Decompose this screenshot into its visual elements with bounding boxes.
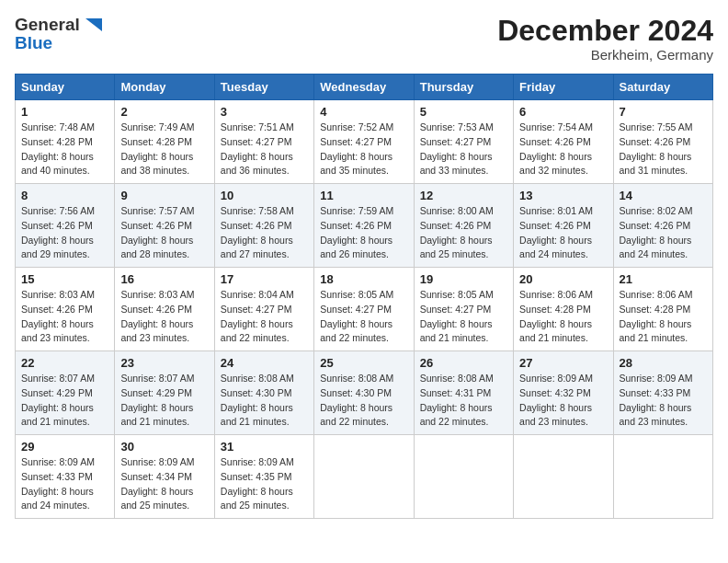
day-detail: Sunrise: 7:56 AM Sunset: 4:26 PM Dayligh… (21, 205, 95, 259)
calendar-cell: 8 Sunrise: 7:56 AM Sunset: 4:26 PM Dayli… (16, 184, 115, 268)
calendar-cell: 28 Sunrise: 8:09 AM Sunset: 4:33 PM Dayl… (613, 351, 712, 435)
calendar-cell: 6 Sunrise: 7:54 AM Sunset: 4:26 PM Dayli… (514, 100, 613, 184)
day-number: 18 (320, 272, 407, 286)
header: General Blue December 2024 Berkheim, Ger… (15, 15, 713, 63)
day-header-thursday: Thursday (414, 75, 513, 100)
calendar-cell: 2 Sunrise: 7:49 AM Sunset: 4:28 PM Dayli… (115, 100, 214, 184)
day-detail: Sunrise: 7:55 AM Sunset: 4:26 PM Dayligh… (620, 121, 693, 176)
day-detail: Sunrise: 8:00 AM Sunset: 4:26 PM Dayligh… (420, 205, 494, 259)
day-number: 25 (320, 356, 407, 370)
calendar-cell: 5 Sunrise: 7:53 AM Sunset: 4:27 PM Dayli… (414, 100, 513, 184)
logo-blue: Blue (15, 33, 102, 53)
day-detail: Sunrise: 7:51 AM Sunset: 4:27 PM Dayligh… (221, 121, 294, 176)
day-number: 27 (519, 356, 607, 370)
day-number: 12 (420, 189, 507, 202)
calendar-cell (514, 435, 613, 519)
day-detail: Sunrise: 8:03 AM Sunset: 4:26 PM Dayligh… (120, 289, 194, 343)
day-header-wednesday: Wednesday (314, 75, 414, 100)
calendar-cell: 31 Sunrise: 8:09 AM Sunset: 4:35 PM Dayl… (214, 435, 313, 519)
day-number: 13 (519, 189, 607, 202)
day-number: 7 (620, 105, 707, 119)
day-number: 14 (620, 189, 707, 202)
day-number: 19 (420, 272, 507, 286)
day-number: 20 (519, 272, 607, 286)
logo-brand: General Blue (15, 15, 102, 53)
day-number: 24 (221, 356, 308, 370)
location-subtitle: Berkheim, Germany (497, 47, 713, 63)
calendar-cell: 3 Sunrise: 7:51 AM Sunset: 4:27 PM Dayli… (214, 100, 313, 184)
day-detail: Sunrise: 7:48 AM Sunset: 4:28 PM Dayligh… (21, 121, 95, 176)
calendar-cell: 4 Sunrise: 7:52 AM Sunset: 4:27 PM Dayli… (314, 100, 414, 184)
day-header-tuesday: Tuesday (214, 75, 313, 100)
day-detail: Sunrise: 8:08 AM Sunset: 4:30 PM Dayligh… (221, 373, 294, 427)
day-number: 8 (21, 189, 108, 202)
day-header-sunday: Sunday (16, 75, 115, 100)
day-detail: Sunrise: 8:08 AM Sunset: 4:30 PM Dayligh… (320, 373, 393, 427)
day-number: 11 (320, 189, 407, 202)
day-detail: Sunrise: 8:09 AM Sunset: 4:33 PM Dayligh… (21, 456, 95, 511)
calendar-cell (314, 435, 414, 519)
day-detail: Sunrise: 7:58 AM Sunset: 4:26 PM Dayligh… (221, 205, 294, 259)
month-title: December 2024 (497, 15, 713, 47)
day-detail: Sunrise: 8:06 AM Sunset: 4:28 PM Dayligh… (519, 289, 593, 343)
calendar-cell: 20 Sunrise: 8:06 AM Sunset: 4:28 PM Dayl… (514, 268, 613, 351)
day-detail: Sunrise: 7:59 AM Sunset: 4:26 PM Dayligh… (320, 205, 393, 259)
calendar-cell: 21 Sunrise: 8:06 AM Sunset: 4:28 PM Dayl… (613, 268, 712, 351)
calendar-cell: 7 Sunrise: 7:55 AM Sunset: 4:26 PM Dayli… (613, 100, 712, 184)
logo: General Blue (15, 15, 102, 53)
calendar-cell: 17 Sunrise: 8:04 AM Sunset: 4:27 PM Dayl… (214, 268, 313, 351)
calendar-cell: 18 Sunrise: 8:05 AM Sunset: 4:27 PM Dayl… (314, 268, 414, 351)
day-detail: Sunrise: 8:02 AM Sunset: 4:26 PM Dayligh… (620, 205, 693, 259)
calendar-week-row: 15 Sunrise: 8:03 AM Sunset: 4:26 PM Dayl… (16, 268, 713, 351)
calendar-cell: 9 Sunrise: 7:57 AM Sunset: 4:26 PM Dayli… (115, 184, 214, 268)
logo-arrow-icon (82, 15, 102, 35)
day-detail: Sunrise: 7:52 AM Sunset: 4:27 PM Dayligh… (320, 121, 393, 176)
calendar-cell: 29 Sunrise: 8:09 AM Sunset: 4:33 PM Dayl… (16, 435, 115, 519)
day-number: 16 (120, 272, 208, 286)
day-detail: Sunrise: 8:04 AM Sunset: 4:27 PM Dayligh… (221, 289, 294, 343)
day-header-saturday: Saturday (613, 75, 712, 100)
day-number: 4 (320, 105, 407, 119)
day-detail: Sunrise: 8:05 AM Sunset: 4:27 PM Dayligh… (420, 289, 494, 343)
logo-general: General (15, 15, 80, 35)
calendar-cell: 26 Sunrise: 8:08 AM Sunset: 4:31 PM Dayl… (414, 351, 513, 435)
day-detail: Sunrise: 7:53 AM Sunset: 4:27 PM Dayligh… (420, 121, 494, 176)
day-number: 26 (420, 356, 507, 370)
calendar-cell: 10 Sunrise: 7:58 AM Sunset: 4:26 PM Dayl… (214, 184, 313, 268)
calendar-cell: 14 Sunrise: 8:02 AM Sunset: 4:26 PM Dayl… (613, 184, 712, 268)
title-area: December 2024 Berkheim, Germany (497, 15, 713, 63)
day-number: 6 (519, 105, 607, 119)
calendar-cell: 19 Sunrise: 8:05 AM Sunset: 4:27 PM Dayl… (414, 268, 513, 351)
day-number: 10 (221, 189, 308, 202)
calendar-cell: 27 Sunrise: 8:09 AM Sunset: 4:32 PM Dayl… (514, 351, 613, 435)
calendar-week-row: 8 Sunrise: 7:56 AM Sunset: 4:26 PM Dayli… (16, 184, 713, 268)
calendar-cell: 23 Sunrise: 8:07 AM Sunset: 4:29 PM Dayl… (115, 351, 214, 435)
svg-marker-0 (85, 18, 102, 31)
day-number: 17 (221, 272, 308, 286)
day-number: 31 (221, 440, 308, 454)
calendar-cell: 30 Sunrise: 8:09 AM Sunset: 4:34 PM Dayl… (115, 435, 214, 519)
calendar-cell (414, 435, 513, 519)
day-detail: Sunrise: 8:05 AM Sunset: 4:27 PM Dayligh… (320, 289, 393, 343)
day-detail: Sunrise: 8:09 AM Sunset: 4:34 PM Dayligh… (120, 456, 194, 511)
day-detail: Sunrise: 8:09 AM Sunset: 4:33 PM Dayligh… (620, 373, 693, 427)
calendar-week-row: 29 Sunrise: 8:09 AM Sunset: 4:33 PM Dayl… (16, 435, 713, 519)
calendar-week-row: 22 Sunrise: 8:07 AM Sunset: 4:29 PM Dayl… (16, 351, 713, 435)
day-detail: Sunrise: 8:06 AM Sunset: 4:28 PM Dayligh… (620, 289, 693, 343)
day-detail: Sunrise: 7:49 AM Sunset: 4:28 PM Dayligh… (120, 121, 194, 176)
day-detail: Sunrise: 8:09 AM Sunset: 4:32 PM Dayligh… (519, 373, 593, 427)
calendar-cell: 16 Sunrise: 8:03 AM Sunset: 4:26 PM Dayl… (115, 268, 214, 351)
calendar-cell: 22 Sunrise: 8:07 AM Sunset: 4:29 PM Dayl… (16, 351, 115, 435)
calendar-cell: 15 Sunrise: 8:03 AM Sunset: 4:26 PM Dayl… (16, 268, 115, 351)
calendar-cell: 24 Sunrise: 8:08 AM Sunset: 4:30 PM Dayl… (214, 351, 313, 435)
day-detail: Sunrise: 8:09 AM Sunset: 4:35 PM Dayligh… (221, 456, 294, 511)
calendar-cell: 12 Sunrise: 8:00 AM Sunset: 4:26 PM Dayl… (414, 184, 513, 268)
calendar-week-row: 1 Sunrise: 7:48 AM Sunset: 4:28 PM Dayli… (16, 100, 713, 184)
day-number: 5 (420, 105, 507, 119)
day-number: 15 (21, 272, 108, 286)
day-detail: Sunrise: 8:01 AM Sunset: 4:26 PM Dayligh… (519, 205, 593, 259)
calendar-header-row: SundayMondayTuesdayWednesdayThursdayFrid… (16, 75, 713, 100)
day-detail: Sunrise: 8:07 AM Sunset: 4:29 PM Dayligh… (21, 373, 95, 427)
day-number: 23 (120, 356, 208, 370)
day-number: 28 (620, 356, 707, 370)
